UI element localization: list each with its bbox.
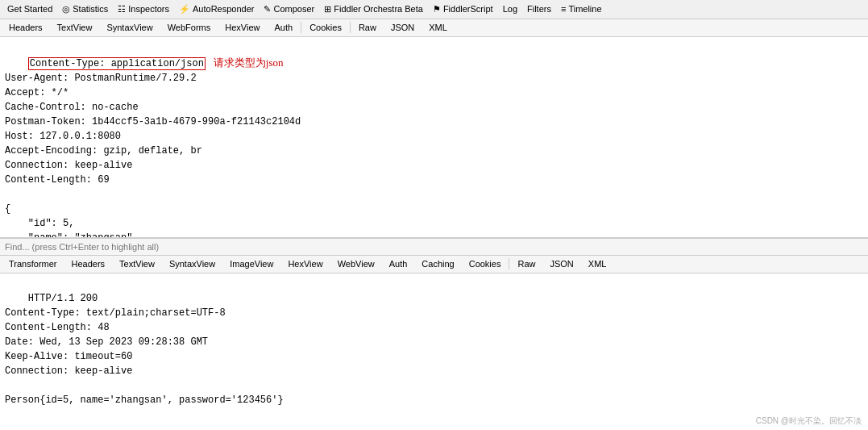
fiddlerscript-icon: ⚑ <box>433 4 441 15</box>
lower-tab-bar: Transformer Headers TextView SyntaxView … <box>0 256 868 273</box>
nav-composer[interactable]: ✎ Composer <box>260 2 318 16</box>
top-nav-bar: Get Started ◎ Statistics ☷ Inspectors ⚡ … <box>0 0 868 19</box>
tab-lower-auth[interactable]: Auth <box>382 257 415 271</box>
tab-lower-json[interactable]: JSON <box>542 257 580 271</box>
nav-inspectors[interactable]: ☷ Inspectors <box>114 2 173 16</box>
statistics-label: Statistics <box>73 4 108 14</box>
tab-lower-imageview[interactable]: ImageView <box>222 257 280 271</box>
upper-tab-bar: Headers TextView SyntaxView WebForms Hex… <box>0 19 868 37</box>
get-started-label: Get Started <box>7 4 52 14</box>
lower-content-area: HTTP/1.1 200 Content-Type: text/plain;ch… <box>0 273 868 430</box>
nav-log[interactable]: Log <box>499 2 521 15</box>
tab-lower-cookies[interactable]: Cookies <box>462 257 509 271</box>
timeline-icon: ≡ <box>561 4 566 14</box>
tab-separator-lower <box>509 258 509 269</box>
orchestra-label: Fiddler Orchestra Beta <box>334 4 423 14</box>
fiddlerscript-label: FiddlerScript <box>443 4 493 14</box>
tab-separator <box>301 22 301 33</box>
tab-upper-textview[interactable]: TextView <box>50 20 100 35</box>
nav-autoresponder[interactable]: ⚡ AutoResponder <box>175 2 258 16</box>
statistics-icon: ◎ <box>62 4 70 15</box>
nav-statistics[interactable]: ◎ Statistics <box>58 2 112 16</box>
tab-lower-transformer[interactable]: Transformer <box>2 257 64 271</box>
tab-lower-webview[interactable]: WebView <box>330 257 382 271</box>
annotation-text: 请求类型为json <box>214 56 284 69</box>
watermark: CSDN @时光不染。回忆不淡 <box>756 415 862 427</box>
nav-fiddlerscript[interactable]: ⚑ FiddlerScript <box>429 2 497 16</box>
orchestra-icon: ⊞ <box>324 4 331 15</box>
tab-upper-cookies[interactable]: Cookies <box>302 20 349 35</box>
tab-separator-2 <box>350 22 351 33</box>
inspectors-label: Inspectors <box>128 4 169 14</box>
tab-upper-headers[interactable]: Headers <box>2 20 50 35</box>
tab-lower-headers[interactable]: Headers <box>64 257 113 271</box>
tab-lower-caching[interactable]: Caching <box>414 257 461 271</box>
tab-upper-hexview[interactable]: HexView <box>218 20 267 35</box>
nav-orchestra[interactable]: ⊞ Fiddler Orchestra Beta <box>320 2 427 16</box>
composer-icon: ✎ <box>264 4 271 15</box>
nav-timeline[interactable]: ≡ Timeline <box>557 2 606 15</box>
tab-upper-raw[interactable]: Raw <box>351 20 384 35</box>
filters-label: Filters <box>527 4 551 14</box>
tab-upper-auth[interactable]: Auth <box>268 20 301 35</box>
upper-content-area: Content-Type: application/json请求类型为json … <box>0 37 868 238</box>
tab-upper-xml[interactable]: XML <box>422 20 455 35</box>
log-label: Log <box>503 4 517 14</box>
tab-lower-xml[interactable]: XML <box>581 257 614 271</box>
timeline-label: Timeline <box>568 4 601 14</box>
autoresponder-label: AutoResponder <box>193 4 254 14</box>
find-bar <box>0 238 868 256</box>
tab-lower-textview[interactable]: TextView <box>112 257 162 271</box>
inspectors-icon: ☷ <box>118 4 126 15</box>
tab-lower-hexview[interactable]: HexView <box>280 257 330 271</box>
autoresponder-icon: ⚡ <box>179 4 190 15</box>
nav-get-started[interactable]: Get Started <box>3 2 56 15</box>
tab-upper-webforms[interactable]: WebForms <box>160 20 218 35</box>
content-type-highlighted: Content-Type: application/json <box>28 57 206 70</box>
tab-upper-json[interactable]: JSON <box>384 20 422 35</box>
composer-label: Composer <box>273 4 314 14</box>
tab-lower-syntaxview[interactable]: SyntaxView <box>162 257 222 271</box>
tab-lower-raw[interactable]: Raw <box>510 257 542 271</box>
find-input[interactable] <box>5 242 863 252</box>
nav-filters[interactable]: Filters <box>523 2 555 15</box>
tab-upper-syntaxview[interactable]: SyntaxView <box>99 20 160 35</box>
